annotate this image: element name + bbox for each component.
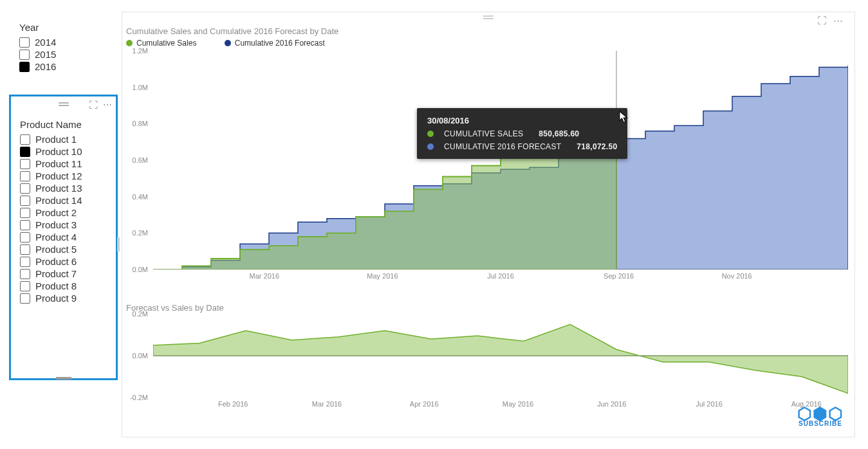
tooltip-dot-icon bbox=[427, 143, 434, 150]
y-axis-tick: 1.2M bbox=[133, 47, 148, 55]
dna-icon: ⬡⬢⬡ bbox=[797, 407, 844, 420]
product-option[interactable]: Product 14 bbox=[20, 195, 109, 206]
year-label: 2015 bbox=[35, 49, 56, 60]
product-option[interactable]: Product 10 bbox=[20, 146, 109, 157]
tooltip-dot-icon bbox=[427, 131, 434, 137]
product-slicer[interactable]: ⛶ ⋯ Product Name Product 1Product 10Prod… bbox=[9, 95, 118, 380]
product-option[interactable]: Product 5 bbox=[20, 244, 109, 255]
checkbox-icon[interactable] bbox=[20, 171, 30, 181]
chart1-plot[interactable]: 0.0M0.2M0.4M0.6M0.8M1.0M1.2M 30/08/2016 … bbox=[153, 51, 848, 270]
product-slicer-title: Product Name bbox=[20, 119, 109, 130]
product-label: Product 1 bbox=[35, 134, 77, 145]
y-axis-tick: 0.4M bbox=[133, 193, 148, 201]
chart-tooltip: 30/08/2016 CUMULATIVE SALES850,685.60 CU… bbox=[417, 108, 627, 159]
legend-dot-icon bbox=[126, 40, 133, 46]
resize-bottom-icon[interactable] bbox=[56, 377, 71, 380]
y-axis-tick: 0.8M bbox=[133, 120, 148, 127]
checkbox-icon[interactable] bbox=[20, 220, 30, 230]
product-option[interactable]: Product 11 bbox=[20, 158, 109, 169]
checkbox-icon[interactable] bbox=[20, 293, 30, 304]
y-axis-tick: 1.0M bbox=[133, 84, 148, 91]
product-label: Product 3 bbox=[35, 219, 77, 230]
x-axis-tick: Feb 2016 bbox=[218, 400, 248, 408]
product-option[interactable]: Product 9 bbox=[20, 293, 109, 304]
product-label: Product 12 bbox=[35, 170, 82, 181]
product-option[interactable]: Product 6 bbox=[20, 256, 109, 267]
x-axis-tick: Jun 2016 bbox=[597, 400, 626, 408]
year-option[interactable]: 2014 bbox=[19, 37, 109, 48]
checkbox-icon[interactable] bbox=[20, 159, 30, 169]
chart-visual: ⛶ ⋯ Cumulative Sales and Cumulative 2016… bbox=[122, 12, 855, 437]
checkbox-icon[interactable] bbox=[20, 244, 30, 255]
legend-item-forecast[interactable]: Cumulative 2016 Forecast bbox=[225, 39, 338, 48]
checkbox-icon[interactable] bbox=[20, 134, 30, 145]
checkbox-icon[interactable] bbox=[20, 281, 30, 291]
year-label: 2014 bbox=[35, 37, 56, 48]
checkbox-icon[interactable] bbox=[19, 37, 30, 48]
x-axis-tick: Apr 2016 bbox=[410, 400, 439, 408]
product-label: Product 2 bbox=[35, 207, 77, 218]
focus-mode-icon[interactable]: ⛶ bbox=[817, 15, 827, 26]
year-slicer: Year 201420152016 bbox=[19, 22, 109, 73]
y-axis-tick: 0.0M bbox=[133, 352, 148, 360]
drag-handle-icon[interactable] bbox=[59, 102, 69, 104]
product-label: Product 14 bbox=[35, 195, 82, 206]
product-label: Product 7 bbox=[35, 268, 77, 279]
product-option[interactable]: Product 1 bbox=[20, 134, 109, 145]
checkbox-icon[interactable] bbox=[20, 232, 30, 243]
y-axis-tick: 0.2M bbox=[133, 229, 148, 237]
product-option[interactable]: Product 7 bbox=[20, 268, 109, 279]
checkbox-icon[interactable] bbox=[20, 257, 30, 267]
product-option[interactable]: Product 13 bbox=[20, 183, 109, 194]
x-axis-tick: Mar 2016 bbox=[250, 272, 279, 280]
year-option[interactable]: 2016 bbox=[19, 61, 109, 72]
product-label: Product 13 bbox=[35, 183, 82, 194]
checkbox-icon[interactable] bbox=[20, 183, 30, 194]
product-label: Product 6 bbox=[35, 256, 77, 267]
product-label: Product 8 bbox=[35, 280, 77, 291]
product-option[interactable]: Product 8 bbox=[20, 280, 109, 291]
product-option[interactable]: Product 3 bbox=[20, 219, 109, 230]
more-options-icon[interactable]: ⋯ bbox=[833, 15, 843, 26]
checkbox-icon[interactable] bbox=[19, 50, 30, 60]
resize-handle-icon[interactable] bbox=[117, 237, 120, 252]
product-label: Product 9 bbox=[35, 293, 77, 304]
product-option[interactable]: Product 4 bbox=[20, 232, 109, 243]
x-axis-tick: May 2016 bbox=[367, 272, 398, 280]
x-axis-tick: Jul 2016 bbox=[487, 272, 514, 280]
product-label: Product 4 bbox=[35, 232, 77, 243]
chart1-legend: Cumulative Sales Cumulative 2016 Forecas… bbox=[126, 39, 854, 48]
slicer-header[interactable]: ⛶ ⋯ bbox=[11, 96, 116, 115]
product-label: Product 11 bbox=[35, 158, 82, 169]
y-axis-tick: 0.6M bbox=[133, 156, 148, 164]
product-option[interactable]: Product 2 bbox=[20, 207, 109, 218]
chart1-title: Cumulative Sales and Cumulative 2016 For… bbox=[126, 26, 854, 36]
legend-item-sales[interactable]: Cumulative Sales bbox=[126, 39, 209, 48]
y-axis-tick: -0.2M bbox=[130, 394, 148, 401]
year-slicer-title: Year bbox=[19, 22, 109, 33]
focus-mode-icon[interactable]: ⛶ bbox=[89, 100, 98, 109]
y-axis-tick: 0.0M bbox=[133, 266, 148, 273]
year-option[interactable]: 2015 bbox=[19, 49, 109, 60]
product-label: Product 10 bbox=[35, 146, 82, 157]
more-options-icon[interactable]: ⋯ bbox=[103, 100, 112, 109]
subscribe-badge[interactable]: ⬡⬢⬡ SUBSCRIBE bbox=[797, 407, 844, 427]
y-axis-tick: 0.2M bbox=[133, 310, 148, 318]
x-axis-tick: Jul 2016 bbox=[696, 400, 723, 408]
checkbox-icon[interactable] bbox=[19, 62, 30, 72]
product-option[interactable]: Product 12 bbox=[20, 170, 109, 181]
drag-handle-icon[interactable] bbox=[483, 15, 494, 17]
checkbox-icon[interactable] bbox=[20, 269, 30, 279]
x-axis-tick: May 2016 bbox=[503, 400, 533, 408]
product-label: Product 5 bbox=[35, 244, 77, 255]
tooltip-date: 30/08/2016 bbox=[427, 116, 617, 125]
x-axis-tick: Nov 2016 bbox=[722, 272, 752, 280]
year-label: 2016 bbox=[35, 61, 56, 72]
checkbox-icon[interactable] bbox=[20, 147, 30, 157]
subscribe-label: SUBSCRIBE bbox=[797, 420, 844, 427]
checkbox-icon[interactable] bbox=[20, 196, 30, 206]
legend-dot-icon bbox=[225, 40, 231, 46]
chart2-title: Forecast vs Sales by Date bbox=[126, 303, 854, 313]
chart2-plot[interactable]: -0.2M0.0M0.2M bbox=[153, 314, 848, 398]
checkbox-icon[interactable] bbox=[20, 208, 30, 218]
